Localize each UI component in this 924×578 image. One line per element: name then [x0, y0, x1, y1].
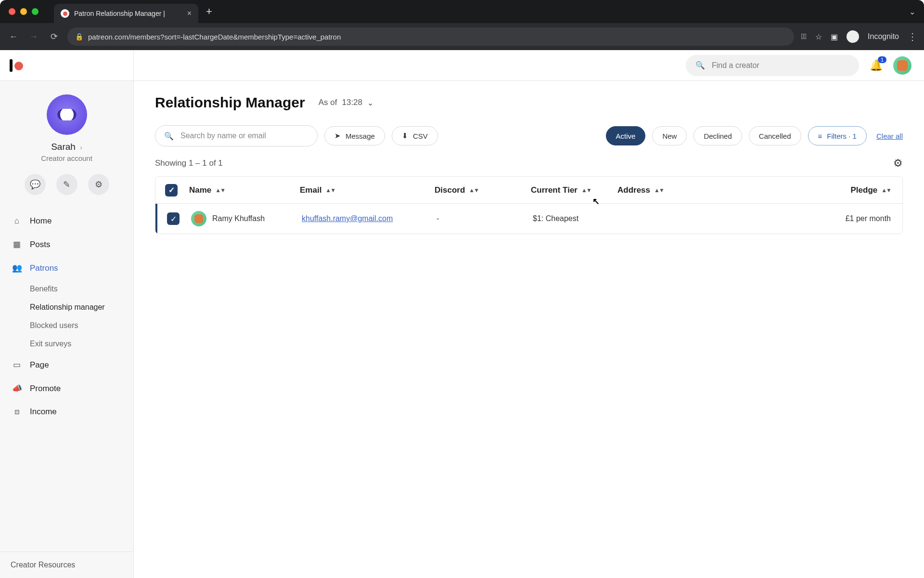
nav-label: Promote	[30, 384, 61, 394]
browser-tab[interactable]: Patron Relationship Manager | ×	[54, 4, 198, 23]
minimize-window-icon[interactable]	[20, 8, 27, 15]
patron-avatar	[191, 211, 206, 226]
sort-icon: ▲▼	[469, 187, 478, 194]
search-icon: 🔍	[164, 131, 174, 141]
tab-close-icon[interactable]: ×	[187, 9, 192, 18]
nav-relationship-manager[interactable]: Relationship manager	[0, 298, 133, 316]
nav-label: Patrons	[30, 263, 58, 273]
patron-email-link[interactable]: khuffash.ramy@gmail.com	[302, 214, 393, 223]
col-address[interactable]: Address ▲▼	[617, 185, 714, 195]
csv-button[interactable]: ⬇ CSV	[392, 126, 438, 145]
extensions-icon[interactable]: ▣	[831, 32, 838, 41]
toolbar: 🔍 Search by name or email ➤ Message ⬇ CS…	[155, 125, 903, 146]
fox-icon	[194, 214, 203, 223]
chip-new[interactable]: New	[652, 126, 687, 145]
window-controls	[9, 8, 38, 15]
sort-icon: ▲▼	[654, 187, 664, 194]
browser-menu-icon[interactable]: ⋮	[908, 31, 917, 42]
col-tier[interactable]: Current Tier ▲▼ ↖	[531, 185, 617, 195]
creator-subtitle: Creator account	[0, 154, 133, 162]
patron-tier: $1: Cheapest	[533, 214, 619, 223]
col-label: Current Tier	[531, 185, 578, 195]
chip-declined[interactable]: Declined	[693, 126, 742, 145]
col-name[interactable]: Name ▲▼	[189, 185, 300, 195]
table-settings-button[interactable]: ⚙	[893, 157, 903, 170]
fullscreen-window-icon[interactable]	[32, 8, 38, 15]
patrons-icon: 👥	[12, 263, 22, 273]
chat-icon: 💬	[30, 179, 40, 190]
patron-pledge: £1 per month	[716, 214, 902, 223]
asof-label: As of	[319, 98, 337, 107]
sort-icon: ▲▼	[581, 187, 591, 194]
nav-patrons[interactable]: 👥 Patrons	[0, 256, 133, 280]
address-bar: ← → ⟳ 🔒 patreon.com/members?sort=-lastCh…	[0, 23, 924, 50]
chip-cancelled[interactable]: Cancelled	[749, 126, 801, 145]
back-button[interactable]: ←	[7, 32, 20, 42]
row-checkbox[interactable]: ✓	[167, 212, 180, 225]
sidebar-footer-link[interactable]: Creator Resources	[0, 552, 133, 578]
logo-row	[0, 50, 133, 81]
sliders-icon: ≡	[818, 132, 822, 140]
patreon-logo[interactable]	[10, 59, 23, 72]
asof-time: 13:28	[342, 98, 362, 107]
close-window-icon[interactable]	[9, 8, 15, 15]
mini-chat-button[interactable]: 💬	[25, 174, 46, 195]
nav-home[interactable]: ⌂ Home	[0, 210, 133, 233]
send-icon: ➤	[334, 131, 341, 140]
reload-button[interactable]: ⟳	[47, 31, 61, 42]
patrons-table: ✓ Name ▲▼ Email ▲▼ Discord ▲▼ Current Ti…	[155, 176, 903, 234]
col-discord[interactable]: Discord ▲▼	[435, 185, 531, 195]
creator-name-row[interactable]: Sarah ›	[0, 142, 133, 152]
clear-all-link[interactable]: Clear all	[876, 132, 903, 140]
chip-active[interactable]: Active	[606, 126, 646, 145]
table-header: ✓ Name ▲▼ Email ▲▼ Discord ▲▼ Current Ti…	[155, 177, 902, 204]
nav-promote[interactable]: 📣 Promote	[0, 377, 133, 400]
nav-page[interactable]: ▭ Page	[0, 353, 133, 377]
chevron-right-icon: ›	[80, 144, 82, 151]
chevron-down-icon: ⌄	[367, 98, 373, 107]
nav-posts[interactable]: ▦ Posts	[0, 233, 133, 256]
nav-income[interactable]: ⧈ Income	[0, 400, 133, 423]
member-search-placeholder: Search by name or email	[180, 131, 266, 140]
nav-exit-surveys[interactable]: Exit surveys	[0, 335, 133, 353]
sidebar: Sarah › Creator account 💬 ✎ ⚙ ⌂ Home ▦ P…	[0, 50, 134, 578]
main-content: Relationship Manager As of 13:28 ⌄ 🔍 Sea…	[134, 50, 924, 578]
col-email[interactable]: Email ▲▼	[300, 185, 435, 195]
tabs-overflow-icon[interactable]: ⌄	[909, 7, 915, 16]
income-icon: ⧈	[12, 407, 22, 417]
nav-label: Page	[30, 360, 49, 370]
button-label: Message	[346, 132, 375, 140]
lock-icon: 🔒	[75, 33, 83, 40]
url-text: patreon.com/members?sort=-lastChargeDate…	[88, 33, 341, 41]
col-pledge[interactable]: Pledge ▲▼	[714, 185, 902, 195]
tab-title: Patron Relationship Manager |	[74, 10, 182, 17]
mini-edit-button[interactable]: ✎	[56, 174, 77, 195]
sort-icon: ▲▼	[215, 187, 225, 194]
col-label: Pledge	[850, 185, 877, 195]
message-button[interactable]: ➤ Message	[324, 126, 385, 145]
creator-block: Sarah › Creator account	[0, 81, 133, 162]
tracking-off-icon[interactable]: 👁̸	[801, 32, 807, 41]
new-tab-button[interactable]: +	[206, 5, 212, 18]
table-row[interactable]: ✓ Ramy Khuffash khuffash.ramy@gmail.com …	[155, 204, 902, 234]
pencil-icon: ✎	[63, 179, 70, 190]
nav-blocked-users[interactable]: Blocked users	[0, 316, 133, 335]
filters-label: Filters · 1	[827, 132, 857, 140]
forward-button: →	[27, 32, 40, 42]
bookmark-star-icon[interactable]: ☆	[815, 32, 822, 41]
gear-icon: ⚙	[893, 157, 903, 169]
nav-benefits[interactable]: Benefits	[0, 280, 133, 298]
incognito-avatar-icon	[847, 30, 859, 43]
filters-button[interactable]: ≡ Filters · 1	[808, 126, 867, 145]
as-of-dropdown[interactable]: As of 13:28 ⌄	[319, 98, 373, 107]
member-search-input[interactable]: 🔍 Search by name or email	[155, 125, 318, 146]
col-label: Email	[300, 185, 321, 195]
select-all-checkbox[interactable]: ✓	[165, 184, 178, 197]
creator-name: Sarah	[51, 142, 76, 152]
url-input[interactable]: 🔒 patreon.com/members?sort=-lastChargeDa…	[67, 27, 794, 46]
page-icon: ▭	[12, 360, 22, 370]
browser-chrome: Patron Relationship Manager | × + ⌄ ← → …	[0, 0, 924, 50]
creator-avatar[interactable]	[47, 94, 87, 135]
mini-settings-button[interactable]: ⚙	[88, 174, 109, 195]
button-label: CSV	[413, 132, 428, 140]
